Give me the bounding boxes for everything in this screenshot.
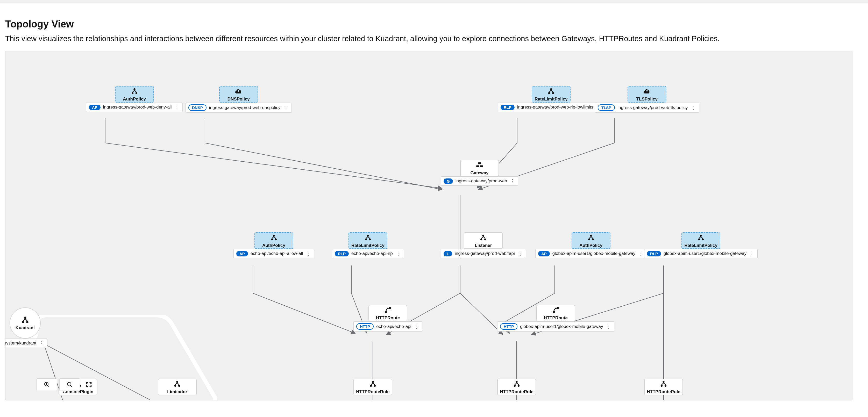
rule-icon <box>368 380 377 388</box>
svg-point-17 <box>483 235 485 237</box>
gateway-icon <box>475 161 484 169</box>
policy-icon <box>696 233 705 242</box>
node-listener[interactable]: Listener Lingress-gateway/prod-web#api <box>441 232 526 258</box>
rule-icon <box>512 380 521 388</box>
rule-icon <box>659 380 668 388</box>
svg-point-0 <box>131 92 133 94</box>
kebab-menu[interactable] <box>395 251 401 256</box>
zoom-in-button[interactable] <box>36 378 57 391</box>
svg-point-44 <box>664 385 667 387</box>
zoom-controls <box>36 378 96 391</box>
svg-point-38 <box>374 385 376 387</box>
svg-point-12 <box>365 238 367 240</box>
node-gateway[interactable]: Gateway Gingress-gateway/prod-web <box>441 160 518 186</box>
policy-icon <box>547 87 556 96</box>
node-httproute-1[interactable]: HTTPRoute HTTPecho-api/echo-api <box>353 305 422 331</box>
svg-point-39 <box>372 381 374 383</box>
kebab-menu[interactable] <box>39 340 44 346</box>
kebab-menu[interactable] <box>638 251 644 256</box>
svg-point-22 <box>702 238 704 240</box>
node-limitador[interactable]: Limitador <box>158 379 197 395</box>
kebab-menu[interactable] <box>518 251 523 256</box>
zoom-out-button[interactable] <box>59 378 80 391</box>
kebab-menu[interactable] <box>690 105 696 110</box>
node-dnspolicy[interactable]: DNSPolicy DNSPingress-gateway/prod-web-d… <box>186 86 292 113</box>
topology-canvas[interactable]: AuthPolicy APingress-gateway/prod-web-de… <box>5 51 852 400</box>
node-authpolicy-2[interactable]: AuthPolicy APecho-api/echo-api-allow-all <box>234 232 314 258</box>
kebab-menu[interactable] <box>510 178 515 184</box>
svg-point-34 <box>175 385 177 387</box>
node-httproute-2[interactable]: HTTPRoute HTTPglobex-apim-user1/globex-m… <box>497 305 614 331</box>
policy-icon <box>270 233 278 242</box>
node-httprouterule-1[interactable]: HTTPRouteRule <box>353 379 392 395</box>
limitador-icon <box>173 380 182 388</box>
svg-point-13 <box>369 238 371 240</box>
svg-point-20 <box>590 235 592 237</box>
node-httprouterule-3[interactable]: HTTPRouteRule <box>644 379 683 395</box>
node-ratelimit-1[interactable]: RateLimitPolicy RLPingress-gateway/prod-… <box>498 86 604 112</box>
svg-point-30 <box>24 317 26 319</box>
svg-point-37 <box>370 385 372 387</box>
svg-rect-6 <box>476 165 479 167</box>
svg-point-2 <box>133 88 135 90</box>
kebab-menu[interactable] <box>174 104 180 110</box>
svg-rect-8 <box>478 162 481 164</box>
fit-button[interactable] <box>82 378 96 391</box>
svg-point-4 <box>552 92 554 94</box>
listener-icon <box>479 233 488 242</box>
svg-point-35 <box>178 385 180 387</box>
node-tlspolicy[interactable]: TLSPolicy TLSPingress-gateway/prod-web-t… <box>595 86 699 113</box>
kebab-menu[interactable] <box>749 251 755 256</box>
svg-point-1 <box>135 92 137 94</box>
svg-point-14 <box>367 235 369 237</box>
svg-point-45 <box>662 381 664 383</box>
policy-icon <box>587 233 595 242</box>
route-icon <box>383 306 392 314</box>
svg-rect-7 <box>480 165 483 167</box>
node-authpolicy-1[interactable]: AuthPolicy APingress-gateway/prod-web-de… <box>86 86 183 112</box>
svg-point-23 <box>700 235 702 237</box>
kebab-menu[interactable] <box>606 324 612 329</box>
svg-point-10 <box>275 238 277 240</box>
cloud-up-icon <box>234 87 243 96</box>
svg-point-19 <box>592 238 594 240</box>
svg-point-5 <box>550 88 552 90</box>
svg-point-29 <box>26 321 29 323</box>
svg-point-15 <box>480 238 483 240</box>
node-kuadrant[interactable]: Kuadrant int-system/kuadrant <box>5 308 48 348</box>
page-title: Topology View <box>5 19 863 30</box>
svg-point-42 <box>516 381 518 383</box>
svg-point-28 <box>22 321 24 323</box>
node-httprouterule-2[interactable]: HTTPRouteRule <box>497 379 536 395</box>
svg-point-18 <box>588 238 590 240</box>
svg-point-40 <box>514 385 516 387</box>
svg-point-16 <box>484 238 486 240</box>
node-ratelimit-2[interactable]: RateLimitPolicy RLPecho-api/echo-api-rlp <box>332 232 404 258</box>
kuadrant-icon <box>21 316 30 324</box>
page-description: This view visualizes the relationships a… <box>5 34 863 43</box>
cloud-up-icon <box>643 87 651 96</box>
svg-point-43 <box>661 385 663 387</box>
policy-icon <box>130 87 139 96</box>
svg-point-11 <box>273 235 275 237</box>
kebab-menu[interactable] <box>283 105 289 110</box>
node-ratelimit-3[interactable]: RateLimitPolicy RLPglobex-apim-user1/glo… <box>644 232 757 258</box>
svg-point-21 <box>698 238 700 240</box>
svg-point-41 <box>518 385 520 387</box>
node-authpolicy-3[interactable]: AuthPolicy APglobex-apim-user1/globex-mo… <box>535 232 647 258</box>
policy-icon <box>364 233 372 242</box>
kebab-menu[interactable] <box>306 251 311 256</box>
svg-point-9 <box>271 238 273 240</box>
route-icon <box>551 306 560 314</box>
svg-point-3 <box>548 92 550 94</box>
kebab-menu[interactable] <box>414 324 420 329</box>
svg-point-36 <box>176 381 178 383</box>
